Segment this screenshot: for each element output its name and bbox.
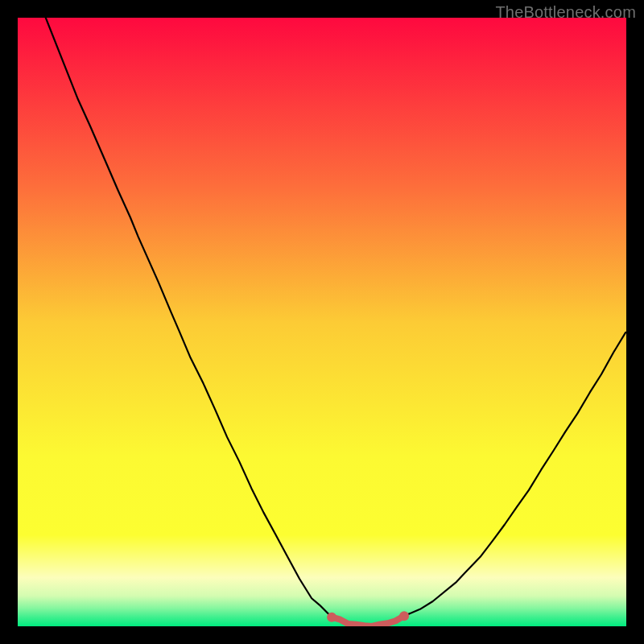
chart-marker-dot	[327, 613, 336, 622]
chart-plot-area	[18, 18, 626, 626]
chart-svg	[18, 18, 626, 626]
chart-marker-dot	[399, 611, 409, 621]
chart-background	[18, 18, 626, 626]
chart-container: TheBottleneck.com	[0, 0, 644, 644]
